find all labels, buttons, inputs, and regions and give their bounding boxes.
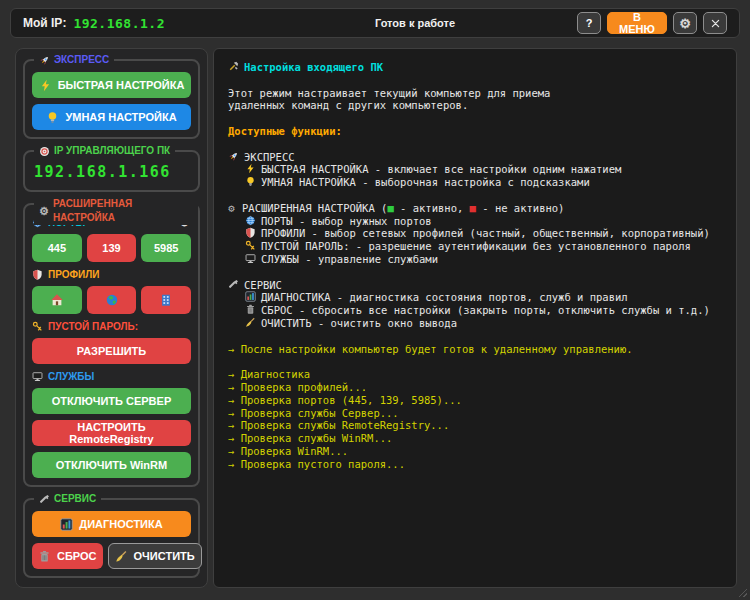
console-line: [228, 266, 722, 279]
bolt-icon: [39, 79, 52, 92]
smart-setup-button[interactable]: УМНАЯ НАСТРОЙКА: [32, 104, 191, 130]
console-line: → Проверка пустого пароля...: [228, 458, 722, 471]
admin-ip-group: IP УПРАВЛЯЮЩЕГО ПК 192.168.1.166: [23, 150, 200, 192]
console-line: → Проверка портов (445, 139, 5985)...: [228, 394, 722, 407]
console-line: → После настройки компьютер будет готов …: [228, 343, 722, 356]
gear-icon: ⚙: [679, 16, 691, 31]
clear-button[interactable]: ОЧИСТИТЬ: [108, 543, 202, 569]
monitor-icon: [245, 253, 256, 264]
console-line: ОЧИСТИТЬ - очистить окно вывода: [228, 317, 722, 330]
reset-button[interactable]: СБРОС: [32, 543, 103, 569]
console-line: СЛУЖБЫ - управление службами: [228, 253, 722, 266]
services-column: ОТКЛЮЧИТЬ СЕРВЕРНАСТРОИТЬ RemoteRegistry…: [32, 388, 191, 478]
empty-password-label: ПУСТОЙ ПАРОЛЬ:: [48, 321, 138, 332]
console-output[interactable]: Настройка входящего ПК Этот режим настра…: [213, 48, 737, 588]
profile-public-button[interactable]: [87, 286, 137, 314]
target-icon: [39, 146, 50, 157]
console-line: Настройка входящего ПК: [228, 61, 722, 74]
profiles-row: [32, 286, 191, 314]
ports-row: 4451395985: [32, 234, 191, 262]
service-group-label: СЕРВИС: [54, 492, 96, 506]
port-5985-button[interactable]: 5985: [141, 234, 191, 262]
console-line: УМНАЯ НАСТРОЙКА - выборочная настройка с…: [228, 176, 722, 189]
profiles-label: ПРОФИЛИ: [48, 269, 99, 280]
console-line: СБРОС - сбросить все настройки (закрыть …: [228, 304, 722, 317]
console-line: → Проверка WinRM...: [228, 445, 722, 458]
house-icon: [50, 293, 64, 307]
console-line: Этот режим настраивает текущий компьютер…: [228, 87, 722, 100]
profile-private-button[interactable]: [32, 286, 82, 314]
console-line: [228, 138, 722, 151]
express-group: ЭКСПРЕСС БЫСТРАЯ НАСТРОЙКА УМНАЯ НАСТРОЙ…: [23, 59, 200, 139]
monitor-icon: [32, 371, 43, 382]
console-line: → Проверка службы WinRM...: [228, 432, 722, 445]
allow-empty-password-button[interactable]: РАЗРЕШИТЬ: [32, 338, 191, 364]
console-line: ПРОФИЛИ - выбор сетевых профилей (частны…: [228, 227, 722, 240]
sidebar: ЭКСПРЕСС БЫСТРАЯ НАСТРОЙКА УМНАЯ НАСТРОЙ…: [15, 48, 208, 588]
console-line: → Проверка службы Сервер...: [228, 407, 722, 420]
service-group: СЕРВИС ДИАГНОСТИКА СБРОС ОЧИСТИТЬ: [23, 498, 200, 578]
building-icon: [159, 293, 173, 307]
broom-icon: [115, 550, 128, 563]
bulb-icon: [46, 111, 59, 124]
console-line: → Проверка службы RemoteRegistry...: [228, 419, 722, 432]
console-line: [228, 330, 722, 343]
bolt-icon: [245, 163, 256, 174]
my-ip-label: Мой IP:: [23, 16, 66, 30]
console-line: [228, 189, 722, 202]
chart-icon: [60, 518, 73, 531]
hammer-wrench-icon: [228, 61, 239, 72]
resize-grip[interactable]: [738, 588, 747, 597]
settings-button[interactable]: ⚙: [673, 12, 697, 34]
console-line: СЕРВИС: [228, 279, 722, 292]
console-line: [228, 112, 722, 125]
status-text: Готов к работе: [253, 17, 577, 29]
port-445-button[interactable]: 445: [32, 234, 82, 262]
wrench-icon: [228, 279, 239, 290]
console-line: БЫСТРАЯ НАСТРОЙКА - включает все настрой…: [228, 163, 722, 176]
services-label: СЛУЖБЫ: [48, 371, 94, 382]
key-icon: [245, 240, 256, 251]
globe-icon: [245, 215, 256, 226]
disable-winrm-button[interactable]: ОТКЛЮЧИТЬ WinRM: [32, 452, 191, 478]
console-line: ⚙РАСШИРЕННАЯ НАСТРОЙКА (■ - активно, ■ -…: [228, 202, 722, 215]
rocket-icon: [228, 151, 239, 162]
diagnostics-button[interactable]: ДИАГНОСТИКА: [32, 511, 191, 537]
key-icon: [32, 321, 43, 332]
menu-button[interactable]: В МЕНЮ: [607, 12, 667, 34]
console-line: ПОРТЫ - выбор нужных портов: [228, 215, 722, 228]
advanced-group-label: РАСШИРЕННАЯ НАСТРОЙКА: [53, 197, 193, 225]
console-line: Доступные функции:: [228, 125, 722, 138]
profile-domain-button[interactable]: [141, 286, 191, 314]
broom-icon: [245, 317, 256, 328]
console-line: ЭКСПРЕСС: [228, 151, 722, 164]
console-line: [228, 74, 722, 87]
my-ip-value: 192.168.1.2: [73, 16, 165, 31]
shield-icon: [245, 227, 256, 238]
bulb-icon: [245, 176, 256, 187]
trash-icon: [38, 550, 51, 563]
advanced-group: ⚙ РАСШИРЕННАЯ НАСТРОЙКА ПОРТЫ ↻ 44513959…: [23, 203, 200, 487]
close-button[interactable]: [703, 12, 727, 34]
port-139-button[interactable]: 139: [87, 234, 137, 262]
help-button[interactable]: ?: [577, 12, 601, 34]
console-line: → Проверка профилей...: [228, 381, 722, 394]
trash-icon: [245, 304, 256, 315]
chart-icon: [245, 291, 256, 302]
console-line: ДИАГНОСТИКА - диагностика состояния порт…: [228, 291, 722, 304]
gear-icon: ⚙: [228, 203, 242, 216]
disable-server-button[interactable]: ОТКЛЮЧИТЬ СЕРВЕР: [32, 388, 191, 414]
my-ip: Мой IP: 192.168.1.2: [23, 16, 253, 31]
wrench-icon: [39, 494, 50, 505]
earth-icon: [105, 293, 119, 307]
configure-remoteregistry-button[interactable]: НАСТРОИТЬ RemoteRegistry: [32, 420, 191, 446]
shield-icon: [32, 269, 43, 280]
admin-ip-value: 192.168.1.166: [32, 163, 191, 183]
topbar: Мой IP: 192.168.1.2 Готов к работе ? В М…: [10, 8, 740, 38]
console-line: ПУСТОЙ ПАРОЛЬ: - разрешение аутентификац…: [228, 240, 722, 253]
console-line: → Диагностика: [228, 368, 722, 381]
topbar-buttons: ? В МЕНЮ ⚙: [577, 12, 727, 34]
console-line: [228, 355, 722, 368]
express-group-label: ЭКСПРЕСС: [54, 53, 109, 67]
fast-setup-button[interactable]: БЫСТРАЯ НАСТРОЙКА: [32, 72, 191, 98]
